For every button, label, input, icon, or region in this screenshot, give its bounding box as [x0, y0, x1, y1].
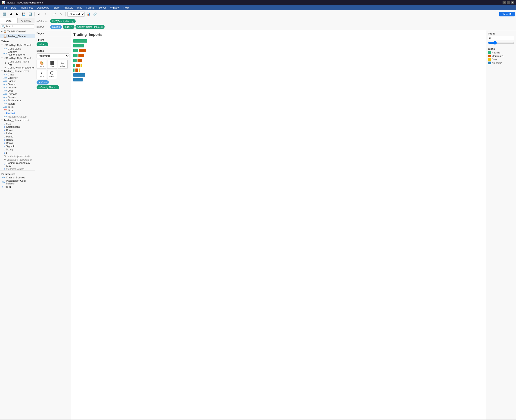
- iso-group-1[interactable]: ▼ ISO 2-Digit Alpha Countr...: [0, 43, 35, 47]
- rows-pill-index[interactable]: Index △: [63, 25, 75, 29]
- menu-help[interactable]: Help: [122, 6, 131, 9]
- redo-btn[interactable]: ↪: [58, 11, 64, 17]
- rows-pill-country[interactable]: Country Name_Impo... ≡: [75, 25, 104, 29]
- marks-label-btn[interactable]: 🏷 Label: [58, 60, 67, 69]
- tab-analytics[interactable]: Analytics: [18, 18, 35, 23]
- back-btn[interactable]: ◀: [8, 11, 13, 17]
- refresh-btn[interactable]: 🔄: [27, 11, 33, 17]
- field-code-value-iso[interactable]: ⊕ Code Value (ISO 2-Digi...: [0, 60, 35, 66]
- new-btn[interactable]: 🆕: [1, 11, 7, 17]
- field-genus[interactable]: Abc Genus: [0, 82, 35, 86]
- datasource-trading[interactable]: ▼ 📋 Trading_Cleaned: [0, 34, 35, 38]
- menu-dashboard[interactable]: Dashboard: [35, 6, 51, 9]
- field-taxon[interactable]: Abc Taxon: [0, 102, 35, 105]
- field-sigmoid[interactable]: # Sigmoid: [0, 145, 35, 148]
- field-source[interactable]: Abc Source: [0, 96, 35, 99]
- menu-story[interactable]: Story: [52, 6, 61, 9]
- marks-type-select[interactable]: Automatic: [37, 53, 69, 58]
- tab-data[interactable]: Data: [0, 18, 18, 23]
- swap-btn[interactable]: ⇄: [36, 11, 42, 17]
- menu-file[interactable]: File: [1, 6, 9, 9]
- marks-pill-class[interactable]: ⚙ Class: [37, 80, 49, 84]
- show-me-btn[interactable]: Show Me: [499, 12, 515, 16]
- columns-pill-cnt[interactable]: CNT(Country Na... △: [50, 19, 76, 23]
- menu-analysis[interactable]: Analysis: [62, 6, 75, 9]
- field-term[interactable]: Abc Term: [0, 105, 35, 109]
- field-exporter[interactable]: Abc Exporter: [0, 76, 35, 79]
- field-order[interactable]: Abc Order: [0, 89, 35, 92]
- close-btn[interactable]: ×: [511, 1, 514, 4]
- legend-aves: Aves: [488, 58, 514, 61]
- menu-map[interactable]: Map: [75, 6, 84, 9]
- iso-group-2[interactable]: ▼ ISO 2-Digit Alpha Countr...: [0, 56, 35, 60]
- columns-shelf: ≡ Columns CNT(Country Na... △: [37, 19, 515, 24]
- marks-size-btn[interactable]: ⬛ Size: [47, 60, 57, 69]
- save-btn[interactable]: 💾: [21, 11, 26, 17]
- undo-btn[interactable]: ↩: [52, 11, 57, 17]
- field-trading-count[interactable]: # Trading_Cleaned.csv (Co...: [0, 161, 35, 167]
- param-placeholder[interactable]: Abc Placeholder Color Selector: [0, 179, 35, 185]
- menu-data[interactable]: Data: [9, 6, 18, 9]
- standard-select[interactable]: Standard: [67, 12, 85, 17]
- menu-format[interactable]: Format: [84, 6, 96, 9]
- marks-tooltip-btn[interactable]: 💬 Tooltip: [47, 70, 57, 79]
- search-input[interactable]: [5, 25, 33, 28]
- window-controls[interactable]: − □ ×: [503, 1, 514, 4]
- maximize-btn[interactable]: □: [507, 1, 510, 4]
- chart-btn[interactable]: 📊: [86, 11, 91, 17]
- field-source-name: Source: [8, 96, 16, 98]
- search-bar[interactable]: 🔍: [1, 24, 34, 29]
- datasource-table5[interactable]: ▶ 📋 Table5_Cleaned: [0, 29, 35, 33]
- field-code-value[interactable]: Abc Code Value: [0, 47, 35, 50]
- field-t[interactable]: # t: [0, 151, 35, 154]
- field-importer[interactable]: Abc Importer: [0, 86, 35, 89]
- parameters-label: Parameters: [0, 172, 35, 176]
- trading-csv-group[interactable]: ▼ Trading_Cleaned.csv+: [0, 69, 35, 73]
- field-class[interactable]: Abc Class: [0, 73, 35, 76]
- field-measure-names-name: Measure Names: [8, 115, 27, 118]
- menu-window[interactable]: Window: [109, 6, 121, 9]
- field-longitude[interactable]: ⊕ Longitude (generated): [0, 158, 35, 161]
- columns-label: ≡ Columns: [37, 20, 49, 23]
- field-padto[interactable]: # PadTo: [0, 135, 35, 138]
- field-latitude[interactable]: ⊕ Latitude (generated): [0, 154, 35, 158]
- field-year[interactable]: 📅 Year: [0, 109, 35, 112]
- menu-worksheet[interactable]: Worksheet: [19, 6, 35, 9]
- field-index[interactable]: # Index: [0, 132, 35, 135]
- sort-btn[interactable]: ↕: [43, 11, 48, 17]
- marks-pill-country[interactable]: ≡ Country Name...: [37, 85, 59, 89]
- field-family[interactable]: Abc Family: [0, 79, 35, 82]
- filter-pill-index[interactable]: Index △: [37, 42, 48, 46]
- field-country-exporter[interactable]: ⊕ CountryName_Exporter: [0, 66, 35, 69]
- field-tablename[interactable]: Abc Table Name: [0, 99, 35, 102]
- trading-csv-measures[interactable]: ▼ Trading_Cleaned.csv+: [0, 118, 35, 122]
- field-rank2[interactable]: # Rank2: [0, 141, 35, 145]
- forward-btn[interactable]: ▶: [14, 11, 20, 17]
- marks-detail-btn[interactable]: ℹ Detail: [37, 70, 46, 79]
- legend-reptilia: Reptilia: [488, 51, 514, 54]
- param-top-n[interactable]: # Top N: [0, 185, 35, 188]
- marks-color-btn[interactable]: 🎨 Color: [37, 60, 46, 69]
- top-n-slider[interactable]: [488, 41, 514, 45]
- size-icon: ⬛: [50, 61, 54, 65]
- field-t-icon: #: [4, 151, 5, 154]
- field-purpose[interactable]: Abc Purpose: [0, 92, 35, 96]
- top-n-input[interactable]: [488, 36, 514, 40]
- field-rank1[interactable]: # Rank1: [0, 138, 35, 141]
- field-type-abc: Abc: [4, 47, 7, 50]
- field-measure-names[interactable]: Abc Measure Names: [0, 115, 35, 118]
- share-btn[interactable]: 🔗: [92, 11, 98, 17]
- rows-pill-class[interactable]: Class ≡: [50, 25, 62, 29]
- filters-section: Filters Index △: [35, 37, 71, 48]
- param-class-of-species[interactable]: Abc Class of Species: [0, 176, 35, 179]
- field-sizing[interactable]: # Sizing: [0, 148, 35, 151]
- minimize-btn[interactable]: −: [503, 1, 506, 4]
- field-lat-icon: ⊕: [4, 155, 6, 158]
- field-curve[interactable]: # Curve: [0, 128, 35, 132]
- field-country-importer[interactable]: Abc Country Name_Importer: [0, 50, 35, 56]
- field-calc1[interactable]: # Calculation1: [0, 125, 35, 128]
- field-size[interactable]: # Size: [0, 122, 35, 125]
- field-measure-values[interactable]: # Measure Values: [0, 167, 35, 171]
- field-padded[interactable]: # Padded: [0, 112, 35, 115]
- menu-server[interactable]: Server: [97, 6, 108, 9]
